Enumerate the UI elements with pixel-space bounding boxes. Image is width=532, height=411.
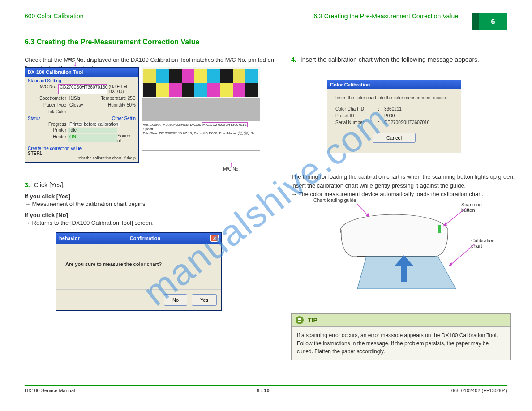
step-5-text-1: The timing for loading the calibration c… [291,172,515,181]
confirm-title: Confirmation [130,235,160,241]
section-title: 6.3 Creating the Pre-Measurement Correct… [25,38,199,46]
confirmation-dialog: behavior Confirmation ✕ Are you sure to … [56,232,222,311]
chart-info-1: Ver:1.00FA, Model:FUJIFILM DX100 [143,123,201,127]
close-icon[interactable]: ✕ [210,235,219,242]
mc-no-label-2: ↑ M/C No. [223,163,240,171]
serial-value: CD2700S0HT3607016 [384,120,429,125]
hum-value: 50% [127,103,136,107]
cancel-button[interactable]: Cancel [373,133,416,143]
cc-message: Insert the color chart into the color me… [335,95,453,100]
printer-label: Printer [28,128,68,133]
svg-rect-9 [296,320,303,321]
cc-title: Color Calibration [330,82,370,87]
paper-value: Glossy [68,103,85,107]
preset-id-label: Preset ID [335,113,378,118]
temp-label: Temperature [101,96,128,101]
if-no-title: If you click [No] [25,212,275,218]
group-standard: Standard Setting [28,78,136,83]
color-patches [143,69,258,97]
label-chart-guide: Chart loading guide [313,197,356,203]
color-calibration-dialog: Color Calibration Insert the color chart… [327,80,461,153]
source-label: Source of [117,133,136,143]
footer-page: 6 - 10 [257,388,270,393]
calibration-tool-window: DX-100 Calibration Tool Standard Setting… [25,67,139,163]
step1-label: STEP1 [28,151,136,156]
serial-label: Serial Number [335,120,378,125]
if-no-text: → Returns to the [DX100 Calibration Tool… [25,219,275,226]
svg-marker-6 [449,262,452,266]
tip-box: TIP If a scanning error occurs, an error… [291,313,511,360]
ink-label: Ink Color [28,109,68,114]
step1-text: Print the calibration chart. If the p [28,156,136,160]
header-right: 6.3 Creating the Pre-Measurement Correct… [313,13,458,20]
tip-text: If a scanning error occurs, an error mes… [292,327,510,360]
heater-label: Heater [28,134,68,142]
progress-label: Progress [28,122,68,127]
label-calibration-chart: Calibration chart [471,238,495,248]
step-3-num: 3. [25,181,30,188]
label-scan-button: Scanning button [461,202,482,213]
footer-right: 668-0102402 (FF130404) [451,388,507,393]
mc-no-label-1: M/C No. ↓ [67,57,84,66]
badge-number: 6 [479,13,507,30]
chart-info-2: PrintTime:2013/08/02 15:07:18, PresetID:… [143,131,259,136]
device-illustration [331,204,479,307]
no-button[interactable]: No [164,294,187,306]
scanning-button-led [438,225,441,233]
page-badge: 6 [472,13,507,30]
spec-value: i1iSis [68,96,82,101]
spec-label: Spectrometer [28,96,68,101]
progress-value: Printer before calibration [68,122,120,127]
chart-mc-highlight: M/C:CD2700S0HT3607016, [202,122,248,127]
group-other: Other Settin [112,116,136,121]
yes-button[interactable]: Yes [192,294,217,306]
temp-value: 25C [128,96,136,101]
group-create: Create the correction value [28,146,136,151]
header-left: 600 Color Calibration [25,13,84,20]
group-status: Status [28,116,40,121]
calib-title-bar: DX-100 Calibration Tool [25,68,138,77]
tip-title: TIP [308,317,317,324]
hum-label: Humidity [108,103,127,107]
heater-value: ON [69,134,76,139]
mcn-value: CD2700S0HT36070160 [58,84,107,94]
paper-label: Paper Type [28,103,68,107]
tip-icon [295,316,304,325]
mcn-suffix: (UJIFILM DX100) [107,84,136,94]
if-yes-text: → Measurement of the calibration chart b… [25,201,275,207]
chart-id-value: 3360211 [384,107,402,111]
step-5-text-2: Insert the calibration chart while gentl… [291,181,515,190]
footer-left: DX100 Service Manual [25,388,75,393]
calibration-chart-printout: Ver:1.00FA, Model:FUJIFILM DX100 M/C:CD2… [142,67,260,163]
if-yes-title: If you click [Yes] [25,193,275,200]
mcn-label: M/C No. [28,84,58,94]
printer-value: Idle [68,128,117,133]
confirm-message: Are you sure to measure the color chart? [56,244,221,289]
step-4-text: Insert the calibration chart when the fo… [300,56,479,63]
chart-id-label: Color Chart ID [335,107,378,111]
step-4-num: 4. [291,56,296,63]
step-3-text: Click [Yes]. [34,181,65,188]
preset-id-value: P000 [384,113,395,118]
page-footer: DX100 Service Manual 6 - 10 668-0102402 … [25,385,507,393]
